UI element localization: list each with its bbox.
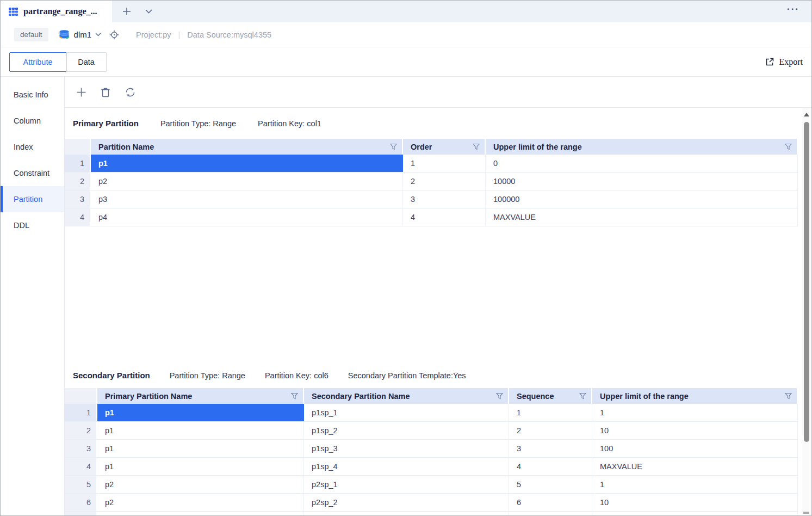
partition-toolbar	[65, 77, 811, 108]
cell-seq[interactable]: 3	[509, 440, 592, 457]
cell-seq[interactable]: 1	[509, 404, 592, 421]
filter-icon[interactable]	[496, 392, 503, 400]
sidebar-item-basic-info[interactable]: Basic Info	[1, 82, 64, 108]
column-header-secondary-partition-name[interactable]: Secondary Partition Name	[304, 388, 509, 404]
delete-partition-button[interactable]	[98, 85, 113, 99]
tab-attribute[interactable]: Attribute	[9, 52, 66, 72]
row-number-header	[65, 139, 91, 155]
filter-icon[interactable]	[579, 392, 586, 400]
table-row[interactable]: 2p1p1sp_2210	[65, 422, 798, 440]
environment-badge[interactable]: default	[14, 28, 48, 41]
cell-limit[interactable]: 10	[592, 422, 798, 439]
tab-data[interactable]: Data	[66, 52, 107, 72]
plus-icon	[122, 7, 131, 16]
new-tab-button[interactable]	[120, 4, 134, 19]
table-row[interactable]: 3p33100000	[65, 191, 798, 208]
table-row[interactable]: 1p110	[65, 155, 798, 173]
scroll-down-arrow-icon[interactable]	[803, 512, 809, 514]
table-row[interactable]: 2p2210000	[65, 173, 798, 191]
column-header-upper-limit[interactable]: Upper limit of the range	[592, 388, 798, 404]
table-row[interactable]: 6p2p2sp_2610	[65, 494, 798, 512]
cell-secondary[interactable]: p2sp_2	[304, 494, 509, 511]
cell-secondary[interactable]: p1sp_3	[304, 440, 509, 457]
cell-primary[interactable]: p1	[97, 440, 304, 457]
column-header-primary-partition-name[interactable]: Primary Partition Name	[97, 388, 304, 404]
sidebar-item-column[interactable]: Column	[1, 108, 64, 134]
table-row[interactable]: 4p44MAXVALUE	[65, 208, 798, 226]
cell-order[interactable]: 1	[403, 155, 486, 172]
cell-limit[interactable]: MAXVALUE	[486, 208, 798, 226]
data-source-label: Data Source:mysql4355	[187, 30, 271, 39]
column-header-upper-limit[interactable]: Upper limit of the range	[486, 139, 798, 155]
filter-icon[interactable]	[473, 143, 480, 150]
table-row[interactable]: 5p2p2sp_151	[65, 476, 798, 494]
cell-limit[interactable]: 0	[486, 155, 798, 172]
cell-primary[interactable]: p2	[97, 476, 304, 493]
column-label: Partition Name	[98, 143, 154, 151]
cell-secondary[interactable]: p1sp_2	[304, 422, 509, 439]
cell-seq[interactable]: 4	[509, 458, 592, 475]
cell-primary[interactable]: p1	[97, 458, 304, 475]
row-number: 2	[65, 422, 97, 439]
cell-name[interactable]: p2	[91, 173, 403, 190]
table-tab[interactable]: partrange_range_...	[1, 1, 112, 22]
cell-limit[interactable]: 1	[592, 404, 798, 421]
cell-limit[interactable]: MAXVALUE	[592, 458, 798, 475]
filter-icon[interactable]	[390, 143, 397, 150]
tab-list-dropdown[interactable]	[141, 4, 156, 19]
attribute-sidebar: Basic Info Column Index Constraint Parti…	[1, 77, 65, 515]
cell-limit[interactable]: 100000	[486, 191, 798, 208]
column-header-partition-name[interactable]: Partition Name	[91, 139, 403, 155]
cell-primary[interactable]: p1	[97, 404, 304, 421]
vertical-scrollbar[interactable]	[802, 108, 811, 515]
cell-limit[interactable]: 1	[592, 476, 798, 493]
row-number: 6	[65, 494, 97, 511]
column-header-sequence[interactable]: Sequence	[509, 388, 592, 404]
cell-seq[interactable]: 5	[509, 476, 592, 493]
cell-secondary[interactable]: p1sp_4	[304, 458, 509, 475]
sidebar-item-constraint[interactable]: Constraint	[1, 160, 64, 186]
secondary-partition-template: Secondary Partition Template:Yes	[348, 371, 466, 380]
export-label: Export	[779, 57, 803, 67]
table-row[interactable]: 1p1p1sp_111	[65, 404, 798, 422]
cell-order[interactable]: 3	[403, 191, 486, 208]
scrollbar-thumb[interactable]	[804, 122, 809, 442]
filter-icon[interactable]	[785, 143, 792, 150]
locate-button[interactable]	[109, 30, 119, 40]
add-partition-button[interactable]	[74, 85, 88, 99]
cell-secondary[interactable]: p1sp_1	[304, 404, 509, 421]
sidebar-item-partition[interactable]: Partition	[1, 186, 64, 212]
chevron-down-icon	[95, 33, 101, 36]
refresh-icon	[125, 87, 135, 97]
cell-name[interactable]: p3	[91, 191, 403, 208]
cell-primary[interactable]: p1	[97, 422, 304, 439]
table-row[interactable]: 4p1p1sp_44MAXVALUE	[65, 458, 798, 476]
column-header-order[interactable]: Order	[403, 139, 486, 155]
scroll-up-arrow-icon[interactable]	[804, 113, 809, 116]
cell-name[interactable]: p1	[91, 155, 403, 172]
secondary-partition-key: Partition Key: col6	[265, 371, 328, 380]
cell-seq[interactable]: 6	[509, 494, 592, 511]
tab-title: partrange_range_...	[23, 7, 97, 16]
section-gap	[65, 226, 811, 363]
sidebar-item-ddl[interactable]: DDL	[1, 212, 64, 238]
cell-order[interactable]: 4	[403, 208, 486, 226]
cell-order[interactable]: 2	[403, 173, 486, 190]
table-row[interactable]: 3p1p1sp_33100	[65, 440, 798, 458]
filter-icon[interactable]	[291, 392, 298, 400]
chevron-down-icon	[145, 9, 152, 14]
cell-primary[interactable]: p2	[97, 494, 304, 511]
cell-seq[interactable]: 2	[509, 422, 592, 439]
filter-icon[interactable]	[785, 392, 792, 400]
export-button[interactable]: Export	[765, 57, 803, 67]
primary-partition-key: Partition Key: col1	[258, 119, 321, 128]
cell-name[interactable]: p4	[91, 208, 403, 226]
refresh-button[interactable]	[123, 85, 137, 99]
cell-limit[interactable]: 10000	[486, 173, 798, 190]
more-menu-button[interactable]: ···	[787, 4, 799, 15]
sidebar-item-index[interactable]: Index	[1, 134, 64, 160]
cell-limit[interactable]: 10	[592, 494, 798, 511]
cell-limit[interactable]: 100	[592, 440, 798, 457]
datasource-selector[interactable]: dlm1	[59, 30, 102, 39]
cell-secondary[interactable]: p2sp_1	[304, 476, 509, 493]
